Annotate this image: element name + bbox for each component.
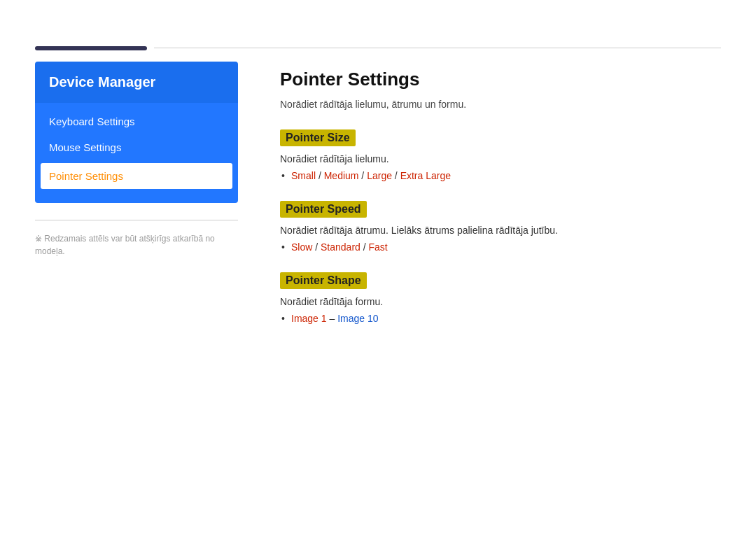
opt-image1[interactable]: Image 1 — [291, 313, 327, 324]
sidebar-item-pointer[interactable]: Pointer Settings — [41, 163, 232, 189]
section-pointer-size: Pointer Size Norādiet rādītāja lielumu. … — [280, 129, 721, 181]
opt-image10[interactable]: Image 10 — [337, 313, 378, 324]
sidebar-footer: ※ Redzamais attēls var būt atšķirīgs atk… — [35, 220, 238, 257]
section-desc-speed: Norādiet rādītāja ātrumu. Lielāks ātrums… — [280, 225, 721, 236]
opt-standard[interactable]: Standard — [321, 241, 360, 253]
opt-fast[interactable]: Fast — [369, 241, 388, 253]
list-item-size: Small / Medium / Large / Extra Large — [291, 170, 721, 181]
sidebar-item-keyboard[interactable]: Keyboard Settings — [35, 108, 238, 134]
top-bar — [35, 48, 721, 48]
section-heading-shape: Pointer Shape — [280, 272, 367, 289]
section-pointer-shape: Pointer Shape Norādiet rādītāja formu. I… — [280, 272, 721, 324]
section-heading-size: Pointer Size — [280, 129, 356, 146]
opt-slow[interactable]: Slow — [291, 241, 312, 253]
section-desc-shape: Norādiet rādītāja formu. — [280, 296, 721, 307]
main-content: Pointer Settings Norādiet rādītāja lielu… — [280, 62, 721, 499]
page-title: Pointer Settings — [280, 69, 721, 90]
top-bar-accent — [35, 46, 147, 50]
section-options-shape: Image 1 – Image 10 — [280, 313, 721, 324]
opt-small[interactable]: Small — [291, 170, 316, 181]
opt-medium[interactable]: Medium — [324, 170, 359, 181]
section-desc-size: Norādiet rādītāja lielumu. — [280, 153, 721, 164]
opt-extralarge[interactable]: Extra Large — [400, 170, 451, 181]
sidebar-item-mouse[interactable]: Mouse Settings — [35, 134, 238, 160]
sidebar: Device Manager Keyboard Settings Mouse S… — [35, 62, 238, 499]
section-options-size: Small / Medium / Large / Extra Large — [280, 170, 721, 181]
opt-large[interactable]: Large — [367, 170, 392, 181]
sidebar-title: Device Manager — [49, 74, 155, 90]
sidebar-footer-note: ※ Redzamais attēls var būt atšķirīgs atk… — [35, 234, 215, 256]
sidebar-header: Device Manager — [35, 62, 238, 103]
main-layout: Device Manager Keyboard Settings Mouse S… — [35, 62, 721, 499]
page-subtitle: Norādiet rādītāja lielumu, ātrumu un for… — [280, 99, 721, 110]
section-pointer-speed: Pointer Speed Norādiet rādītāja ātrumu. … — [280, 201, 721, 253]
list-item-speed: Slow / Standard / Fast — [291, 241, 721, 253]
section-options-speed: Slow / Standard / Fast — [280, 241, 721, 253]
list-item-shape: Image 1 – Image 10 — [291, 313, 721, 324]
top-bar-line — [154, 48, 721, 48]
section-heading-speed: Pointer Speed — [280, 201, 367, 218]
sidebar-nav: Keyboard Settings Mouse Settings Pointer… — [35, 103, 238, 203]
